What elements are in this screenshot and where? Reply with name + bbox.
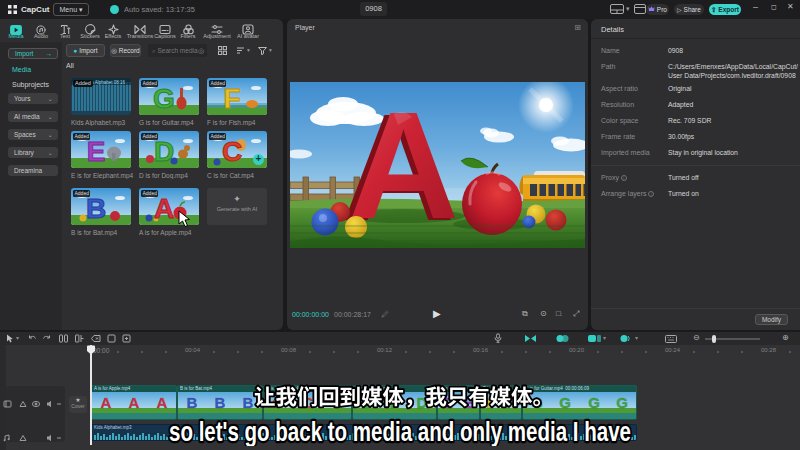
svg-text:C: C bbox=[222, 136, 242, 167]
svg-text:so let's go back to media and: so let's go back to media and only media… bbox=[169, 416, 631, 446]
svg-text:G: G bbox=[153, 83, 175, 114]
svg-text:A: A bbox=[154, 193, 174, 224]
svg-text:F: F bbox=[223, 83, 240, 114]
svg-text:G: G bbox=[588, 394, 600, 411]
svg-text:A: A bbox=[157, 394, 168, 411]
svg-text:B: B bbox=[215, 394, 226, 411]
svg-text:A: A bbox=[101, 394, 112, 411]
svg-text:E: E bbox=[87, 136, 106, 167]
svg-text:B: B bbox=[86, 193, 106, 224]
svg-text:D: D bbox=[154, 136, 174, 167]
svg-text:G: G bbox=[616, 394, 628, 411]
svg-text:A: A bbox=[129, 394, 140, 411]
svg-text:B: B bbox=[187, 394, 198, 411]
